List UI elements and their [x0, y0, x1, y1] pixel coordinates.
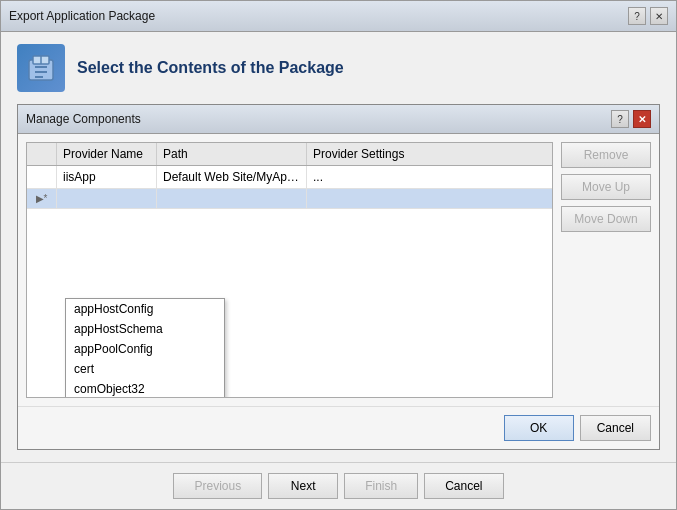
col-path: Path: [157, 143, 307, 165]
remove-button[interactable]: Remove: [561, 142, 651, 168]
svg-rect-3: [35, 66, 47, 68]
outer-header-title: Select the Contents of the Package: [77, 59, 344, 77]
outer-titlebar: Export Application Package ? ✕: [1, 1, 676, 32]
inner-cancel-button[interactable]: Cancel: [580, 415, 651, 441]
cell-path: Default Web Site/MyApplic...: [157, 166, 307, 188]
ok-button[interactable]: OK: [504, 415, 574, 441]
cell-provider-name: iisApp: [57, 166, 157, 188]
dropdown-item[interactable]: appPoolConfig: [66, 339, 224, 359]
table-header: Provider Name Path Provider Settings: [27, 143, 552, 166]
outer-header: Select the Contents of the Package: [17, 44, 660, 92]
previous-button[interactable]: Previous: [173, 473, 262, 499]
cell-provider-settings: ...: [307, 166, 552, 188]
outer-close-button[interactable]: ✕: [650, 7, 668, 25]
edit-row-indicator: ▶*: [27, 189, 57, 208]
dropdown-item[interactable]: appHostConfig: [66, 299, 224, 319]
inner-dialog-title: Manage Components: [26, 112, 141, 126]
outer-nav: Previous Next Finish Cancel: [1, 462, 676, 509]
next-button[interactable]: Next: [268, 473, 338, 499]
col-indicator: [27, 143, 57, 165]
dropdown-item[interactable]: comObject32: [66, 379, 224, 398]
package-icon: [17, 44, 65, 92]
dropdown-wrapper: ▼: [57, 189, 156, 208]
move-down-button[interactable]: Move Down: [561, 206, 651, 232]
outer-titlebar-buttons: ? ✕: [628, 7, 668, 25]
cancel-button[interactable]: Cancel: [424, 473, 503, 499]
dropdown-item[interactable]: appHostSchema: [66, 319, 224, 339]
inner-content: Provider Name Path Provider Settings iis…: [18, 134, 659, 406]
inner-help-button[interactable]: ?: [611, 110, 629, 128]
svg-rect-4: [35, 71, 47, 73]
inner-dialog: Manage Components ? ✕ Provider Name Path…: [17, 104, 660, 450]
inner-titlebar: Manage Components ? ✕: [18, 105, 659, 134]
edit-settings-cell[interactable]: [307, 189, 552, 208]
components-table: Provider Name Path Provider Settings iis…: [26, 142, 553, 398]
dropdown-popup: appHostConfig appHostSchema appPoolConfi…: [65, 298, 225, 398]
col-provider-settings: Provider Settings: [307, 143, 552, 165]
finish-button[interactable]: Finish: [344, 473, 418, 499]
move-up-button[interactable]: Move Up: [561, 174, 651, 200]
outer-dialog-title: Export Application Package: [9, 9, 155, 23]
row-indicator: [27, 166, 57, 188]
outer-help-button[interactable]: ?: [628, 7, 646, 25]
col-provider-name: Provider Name: [57, 143, 157, 165]
inner-titlebar-buttons: ? ✕: [611, 110, 651, 128]
svg-rect-5: [35, 76, 43, 78]
inner-close-button[interactable]: ✕: [633, 110, 651, 128]
edit-path-cell[interactable]: [157, 189, 307, 208]
table-row[interactable]: iisApp Default Web Site/MyApplic... ...: [27, 166, 552, 189]
dropdown-item[interactable]: cert: [66, 359, 224, 379]
table-edit-row[interactable]: ▶* ▼: [27, 189, 552, 209]
inner-bottom-buttons: OK Cancel: [18, 406, 659, 449]
provider-name-input[interactable]: [57, 190, 157, 208]
outer-dialog: Export Application Package ? ✕ Select th…: [0, 0, 677, 510]
outer-content: Select the Contents of the Package Manag…: [1, 32, 676, 462]
side-buttons: Remove Move Up Move Down: [561, 142, 651, 398]
provider-name-dropdown-cell[interactable]: ▼: [57, 189, 157, 208]
